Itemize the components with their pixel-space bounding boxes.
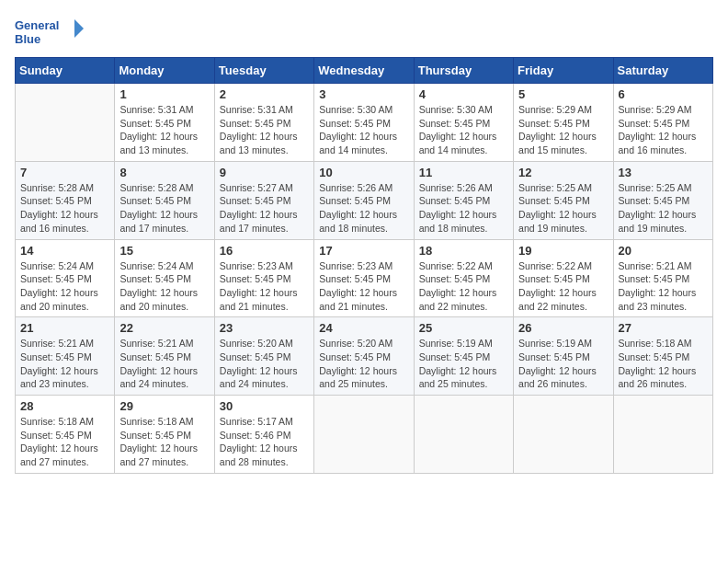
day-info: Sunrise: 5:19 AMSunset: 5:45 PMDaylight:… [518,337,608,391]
calendar-cell [414,396,513,474]
day-number: 17 [319,244,408,258]
week-row-3: 14 Sunrise: 5:24 AMSunset: 5:45 PMDaylig… [16,239,713,317]
day-number: 24 [319,321,408,335]
calendar-cell: 25 Sunrise: 5:19 AMSunset: 5:45 PMDaylig… [414,317,513,396]
day-info: Sunrise: 5:21 AMSunset: 5:45 PMDaylight:… [619,259,708,314]
day-info: Sunrise: 5:18 AMSunset: 5:45 PMDaylight:… [20,415,109,469]
day-number: 16 [220,244,309,258]
calendar-cell [613,396,712,474]
day-number: 28 [20,399,109,413]
day-number: 27 [619,321,708,335]
day-info: Sunrise: 5:20 AMSunset: 5:45 PMDaylight:… [319,337,408,391]
day-info: Sunrise: 5:29 AMSunset: 5:45 PMDaylight:… [619,103,708,157]
day-number: 15 [119,244,209,258]
calendar-cell: 18 Sunrise: 5:22 AMSunset: 5:45 PMDaylig… [414,239,513,317]
day-number: 30 [220,399,309,413]
day-number: 12 [518,166,608,179]
calendar-cell: 17 Sunrise: 5:23 AMSunset: 5:45 PMDaylig… [314,239,414,317]
day-info: Sunrise: 5:21 AMSunset: 5:45 PMDaylight:… [119,337,209,391]
calendar-cell: 3 Sunrise: 5:30 AMSunset: 5:45 PMDayligh… [314,84,414,162]
day-header-monday: Monday [115,58,214,84]
calendar-cell: 30 Sunrise: 5:17 AMSunset: 5:46 PMDaylig… [214,396,313,474]
week-row-4: 21 Sunrise: 5:21 AMSunset: 5:45 PMDaylig… [16,317,713,396]
day-number: 13 [619,166,708,179]
day-info: Sunrise: 5:23 AMSunset: 5:45 PMDaylight:… [220,259,309,314]
day-header-sunday: Sunday [16,58,115,84]
day-header-wednesday: Wednesday [314,58,414,84]
svg-marker-2 [74,19,84,38]
calendar-cell: 12 Sunrise: 5:25 AMSunset: 5:45 PMDaylig… [514,161,613,239]
day-info: Sunrise: 5:26 AMSunset: 5:45 PMDaylight:… [419,181,508,236]
day-info: Sunrise: 5:17 AMSunset: 5:46 PMDaylight:… [220,415,309,469]
day-header-thursday: Thursday [414,58,513,84]
day-info: Sunrise: 5:31 AMSunset: 5:45 PMDaylight:… [220,103,309,157]
day-info: Sunrise: 5:19 AMSunset: 5:45 PMDaylight:… [419,337,508,391]
svg-text:General: General [15,18,59,32]
calendar-cell [314,396,414,474]
day-info: Sunrise: 5:23 AMSunset: 5:45 PMDaylight:… [319,259,408,314]
day-info: Sunrise: 5:28 AMSunset: 5:45 PMDaylight:… [20,181,109,236]
calendar-cell: 15 Sunrise: 5:24 AMSunset: 5:45 PMDaylig… [115,239,214,317]
logo: General Blue [15,15,88,52]
calendar-cell: 28 Sunrise: 5:18 AMSunset: 5:45 PMDaylig… [16,396,115,474]
calendar-table: SundayMondayTuesdayWednesdayThursdayFrid… [15,57,713,474]
day-info: Sunrise: 5:18 AMSunset: 5:45 PMDaylight:… [619,337,708,391]
day-number: 8 [119,166,209,179]
week-row-1: 1 Sunrise: 5:31 AMSunset: 5:45 PMDayligh… [16,84,713,162]
day-number: 6 [619,87,708,101]
day-number: 4 [419,87,508,101]
day-header-saturday: Saturday [613,58,712,84]
calendar-cell: 8 Sunrise: 5:28 AMSunset: 5:45 PMDayligh… [115,161,214,239]
day-info: Sunrise: 5:24 AMSunset: 5:45 PMDaylight:… [119,259,209,314]
day-info: Sunrise: 5:25 AMSunset: 5:45 PMDaylight:… [619,181,708,236]
day-info: Sunrise: 5:31 AMSunset: 5:45 PMDaylight:… [119,103,209,157]
logo-svg: General Blue [15,15,88,52]
day-info: Sunrise: 5:29 AMSunset: 5:45 PMDaylight:… [518,103,608,157]
day-number: 7 [20,166,109,179]
calendar-cell [514,396,613,474]
day-number: 3 [319,87,408,101]
day-info: Sunrise: 5:26 AMSunset: 5:45 PMDaylight:… [319,181,408,236]
calendar-cell: 4 Sunrise: 5:30 AMSunset: 5:45 PMDayligh… [414,84,513,162]
calendar-cell: 27 Sunrise: 5:18 AMSunset: 5:45 PMDaylig… [613,317,712,396]
day-info: Sunrise: 5:30 AMSunset: 5:45 PMDaylight:… [419,103,508,157]
day-number: 5 [518,87,608,101]
day-info: Sunrise: 5:20 AMSunset: 5:45 PMDaylight:… [220,337,309,391]
day-number: 14 [20,244,109,258]
calendar-cell: 20 Sunrise: 5:21 AMSunset: 5:45 PMDaylig… [613,239,712,317]
day-number: 10 [319,166,408,179]
calendar-cell: 29 Sunrise: 5:18 AMSunset: 5:45 PMDaylig… [115,396,214,474]
calendar-cell: 10 Sunrise: 5:26 AMSunset: 5:45 PMDaylig… [314,161,414,239]
day-info: Sunrise: 5:27 AMSunset: 5:45 PMDaylight:… [220,181,309,236]
day-info: Sunrise: 5:28 AMSunset: 5:45 PMDaylight:… [119,181,209,236]
day-number: 29 [119,399,209,413]
calendar-cell: 9 Sunrise: 5:27 AMSunset: 5:45 PMDayligh… [214,161,313,239]
day-info: Sunrise: 5:25 AMSunset: 5:45 PMDaylight:… [518,181,608,236]
day-number: 23 [220,321,309,335]
calendar-cell: 5 Sunrise: 5:29 AMSunset: 5:45 PMDayligh… [514,84,613,162]
day-number: 25 [419,321,508,335]
calendar-cell: 11 Sunrise: 5:26 AMSunset: 5:45 PMDaylig… [414,161,513,239]
calendar-cell: 16 Sunrise: 5:23 AMSunset: 5:45 PMDaylig… [214,239,313,317]
svg-text:Blue: Blue [15,32,40,46]
calendar-cell [16,84,115,162]
day-info: Sunrise: 5:24 AMSunset: 5:45 PMDaylight:… [20,259,109,314]
day-info: Sunrise: 5:22 AMSunset: 5:45 PMDaylight:… [518,259,608,314]
calendar-cell: 24 Sunrise: 5:20 AMSunset: 5:45 PMDaylig… [314,317,414,396]
day-info: Sunrise: 5:21 AMSunset: 5:45 PMDaylight:… [20,337,109,391]
day-number: 1 [119,87,209,101]
calendar-cell: 2 Sunrise: 5:31 AMSunset: 5:45 PMDayligh… [214,84,313,162]
day-header-tuesday: Tuesday [214,58,313,84]
page-header: General Blue [15,15,713,52]
calendar-cell: 19 Sunrise: 5:22 AMSunset: 5:45 PMDaylig… [514,239,613,317]
day-number: 2 [220,87,309,101]
day-number: 9 [220,166,309,179]
day-info: Sunrise: 5:30 AMSunset: 5:45 PMDaylight:… [319,103,408,157]
week-row-5: 28 Sunrise: 5:18 AMSunset: 5:45 PMDaylig… [16,396,713,474]
day-number: 26 [518,321,608,335]
day-info: Sunrise: 5:22 AMSunset: 5:45 PMDaylight:… [419,259,508,314]
calendar-cell: 1 Sunrise: 5:31 AMSunset: 5:45 PMDayligh… [115,84,214,162]
day-number: 11 [419,166,508,179]
day-header-friday: Friday [514,58,613,84]
calendar-cell: 22 Sunrise: 5:21 AMSunset: 5:45 PMDaylig… [115,317,214,396]
